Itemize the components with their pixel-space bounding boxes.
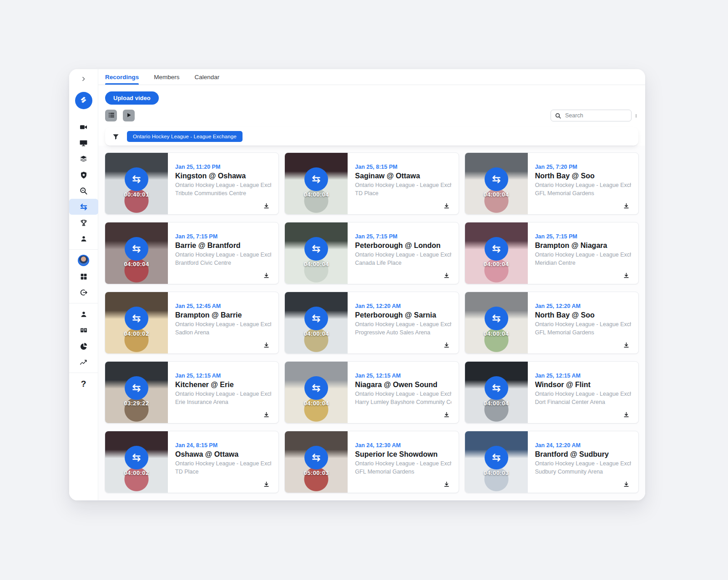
recording-league: Ontario Hockey League - League Exchange <box>175 252 271 258</box>
recording-thumbnail[interactable]: 04:00:04 <box>465 362 528 423</box>
download-button[interactable] <box>620 480 632 489</box>
recording-card[interactable]: 05:00:03 Jan 24, 12:30 AM Superior Ice S… <box>284 431 459 493</box>
recording-venue: Canada Life Place <box>355 260 451 266</box>
recording-thumbnail[interactable]: 05:00:03 <box>285 431 348 493</box>
more-options-icon[interactable] <box>634 112 638 119</box>
recording-thumbnail[interactable]: 04:00:02 <box>105 292 168 353</box>
recording-thumbnail[interactable]: 04:00:04 <box>285 362 348 423</box>
recording-thumbnail[interactable]: 04:00:03 <box>465 431 528 493</box>
download-button[interactable] <box>440 411 453 420</box>
download-icon <box>443 411 450 419</box>
play-view-button[interactable] <box>123 110 135 121</box>
sidebar-item-displays[interactable] <box>69 135 98 151</box>
sidebar-item-cards[interactable] <box>69 322 98 338</box>
recording-card[interactable]: 04:00:03 Jan 24, 12:20 AM Brantford @ Su… <box>465 431 639 493</box>
recording-thumbnail[interactable]: 04:00:04 <box>465 292 528 353</box>
filter-chip[interactable]: Ontario Hockey League - League Exchange <box>127 131 243 142</box>
sidebar-item-members[interactable] <box>69 231 98 247</box>
recording-venue: Erie Insurance Arena <box>175 399 271 405</box>
recording-date: Jan 25, 7:15 PM <box>355 233 451 240</box>
recording-thumbnail[interactable]: 04:00:04 <box>285 292 348 353</box>
sidebar-collapse-button[interactable] <box>77 74 91 86</box>
recording-date: Jan 24, 8:15 PM <box>175 442 271 449</box>
recording-card[interactable]: 04:00:04 Jan 25, 12:20 AM Peterborough @… <box>284 292 459 354</box>
recording-card[interactable]: 04:00:02 Jan 25, 12:45 AM Brampton @ Bar… <box>105 292 279 354</box>
swap-arrows-icon <box>125 237 148 261</box>
download-button[interactable] <box>440 202 453 211</box>
recording-card[interactable]: 04:00:04 Jan 25, 12:15 AM Niagara @ Owen… <box>284 361 459 424</box>
sidebar: ? <box>69 69 98 500</box>
recording-duration: 05:00:03 <box>285 469 348 476</box>
recording-card[interactable]: 04:00:02 Jan 24, 8:15 PM Oshawa @ Ottawa… <box>105 431 279 493</box>
sidebar-item-reports[interactable] <box>69 338 98 354</box>
sidebar-item-sign-out[interactable] <box>69 284 98 300</box>
recording-info: Jan 25, 8:15 PM Saginaw @ Ottawa Ontario… <box>348 153 458 214</box>
recording-date: Jan 25, 12:20 AM <box>535 303 631 309</box>
recording-league: Ontario Hockey League - League Exchange <box>535 321 631 328</box>
download-button[interactable] <box>260 202 273 211</box>
recording-venue: Dort Financial Center Arena <box>535 399 631 405</box>
recording-thumbnail[interactable]: 04:00:04 <box>465 153 528 214</box>
download-icon <box>263 202 270 211</box>
app-logo[interactable] <box>75 92 92 109</box>
list-view-button[interactable] <box>105 110 117 121</box>
sidebar-item-contacts[interactable] <box>69 306 98 322</box>
tab-calendar[interactable]: Calendar <box>195 69 220 85</box>
recording-card[interactable]: 04:00:04 Jan 25, 7:15 PM Brampton @ Niag… <box>465 222 639 284</box>
swap-arrows-icon <box>125 376 148 400</box>
recording-card[interactable]: 04:00:04 Jan 25, 7:15 PM Barrie @ Brantf… <box>105 222 279 284</box>
recording-thumbnail[interactable]: 04:00:04 <box>465 222 528 284</box>
swap-arrows-icon <box>125 446 148 469</box>
tab-members[interactable]: Members <box>154 69 179 85</box>
download-button[interactable] <box>620 202 632 211</box>
recording-card[interactable]: 04:00:04 Jan 25, 12:15 AM Windsor @ Flin… <box>465 361 639 424</box>
sidebar-item-help[interactable]: ? <box>69 376 98 392</box>
recording-date: Jan 25, 7:20 PM <box>535 164 631 170</box>
download-button[interactable] <box>620 411 632 420</box>
sidebar-item-competitions[interactable] <box>69 215 98 231</box>
download-button[interactable] <box>620 272 632 281</box>
tab-recordings[interactable]: Recordings <box>105 69 139 85</box>
sidebar-item-profile[interactable] <box>69 252 98 268</box>
sidebar-item-layers[interactable] <box>69 151 98 167</box>
upload-video-button[interactable]: Upload video <box>105 91 159 105</box>
recording-league: Ontario Hockey League - League Exchange <box>175 460 271 467</box>
recording-thumbnail[interactable]: 04:00:04 <box>105 222 168 284</box>
sidebar-item-security[interactable] <box>69 167 98 183</box>
recording-date: Jan 25, 12:45 AM <box>175 303 271 309</box>
sidebar-item-exchange[interactable] <box>69 199 98 215</box>
download-icon <box>263 272 270 280</box>
swap-arrows-icon <box>485 446 508 469</box>
recording-league: Ontario Hockey League - League Exchange <box>355 252 451 258</box>
recording-thumbnail[interactable]: 03:29:22 <box>105 362 168 423</box>
download-button[interactable] <box>260 272 273 281</box>
sidebar-item-discover[interactable] <box>69 183 98 199</box>
download-button[interactable] <box>440 480 453 489</box>
search-input[interactable] <box>564 112 627 119</box>
download-button[interactable] <box>440 272 453 281</box>
download-button[interactable] <box>260 411 273 420</box>
recording-card[interactable]: 04:00:04 Jan 25, 7:15 PM Peterborough @ … <box>284 222 459 284</box>
recording-card[interactable]: 00:40:01 Jan 25, 11:20 PM Kingston @ Osh… <box>105 152 279 215</box>
video-camera-icon <box>79 123 88 131</box>
swap-arrows-icon <box>304 237 328 261</box>
sidebar-item-cameras[interactable] <box>69 119 98 135</box>
download-button[interactable] <box>620 341 632 350</box>
sidebar-item-analytics[interactable] <box>69 354 98 370</box>
recording-thumbnail[interactable]: 00:40:01 <box>105 153 168 214</box>
recording-venue: Tribute Communities Centre <box>175 190 271 197</box>
tabbar: RecordingsMembersCalendar <box>98 69 645 85</box>
download-button[interactable] <box>260 480 273 489</box>
recording-card[interactable]: 04:00:04 Jan 25, 8:15 PM Saginaw @ Ottaw… <box>284 152 459 215</box>
funnel-icon[interactable] <box>111 133 121 141</box>
recording-thumbnail[interactable]: 04:00:02 <box>105 431 168 493</box>
recording-card[interactable]: 04:00:04 Jan 25, 7:20 PM North Bay @ Soo… <box>465 152 639 215</box>
download-button[interactable] <box>260 341 273 350</box>
recording-card[interactable]: 04:00:04 Jan 25, 12:20 AM North Bay @ So… <box>465 292 639 354</box>
recording-thumbnail[interactable]: 04:00:04 <box>285 222 348 284</box>
download-button[interactable] <box>440 341 453 350</box>
sidebar-item-apps[interactable] <box>69 268 98 284</box>
recording-thumbnail[interactable]: 04:00:04 <box>285 153 348 214</box>
recording-card[interactable]: 03:29:22 Jan 25, 12:15 AM Kitchener @ Er… <box>105 361 279 424</box>
recording-duration: 00:40:01 <box>105 191 168 198</box>
